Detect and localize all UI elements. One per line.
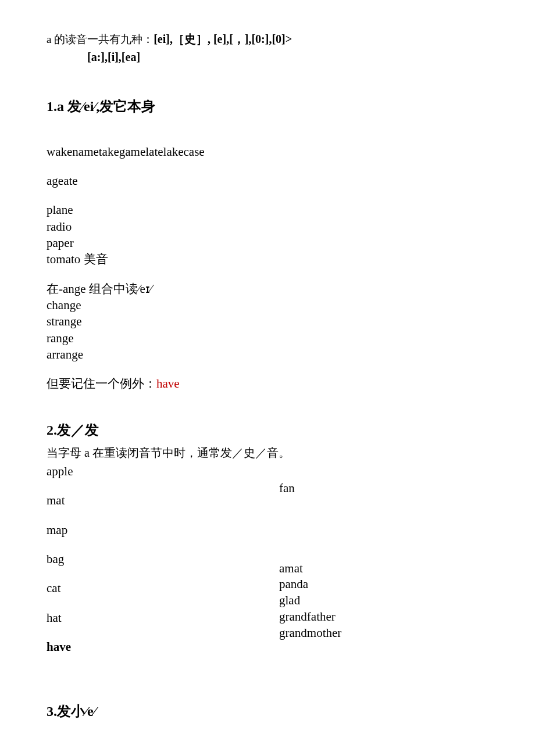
word-strange: strange [47, 313, 488, 329]
section-2-right-column: fan amat panda glad grandfather grandmot… [279, 463, 488, 668]
word-paper: paper [47, 235, 488, 251]
word-grandfather: grandfather [279, 609, 488, 625]
word-bag: bag [47, 551, 279, 567]
section-1-heading: 1.a 发⁄ei⁄,发它本身 [47, 98, 488, 116]
intro-list-1: [ei],［史］, [e],[，],[0:],[0]> [154, 33, 292, 45]
word-grandmother: grandmother [279, 625, 488, 642]
word-plane: plane [47, 202, 488, 218]
word-glad: glad [279, 593, 488, 609]
word-hat: hat [47, 610, 279, 626]
section-1-exception: 但要记住一个例外：have [47, 375, 488, 392]
exception-prefix: 但要记住一个例外： [47, 377, 156, 390]
section-2-left-column: apple mat map bag cat hat have [47, 463, 279, 668]
word-cat: cat [47, 580, 279, 596]
section-2-heading: 2.发／发 [47, 421, 488, 439]
word-arrange: arrange [47, 346, 488, 363]
word-radio: radio [47, 218, 488, 235]
intro-line-1: a 的读音一共有九种：[ei],［史］, [e],[，],[0:],[0]> [47, 30, 488, 48]
word-change: change [47, 297, 488, 313]
word-mat: mat [47, 492, 279, 508]
section-2-columns: apple mat map bag cat hat have fan amat … [47, 463, 488, 668]
word-have: have [47, 639, 279, 655]
section-2-intro: 当字母 a 在重读闭音节中时，通常发／史／音。 [47, 445, 488, 461]
word-range: range [47, 330, 488, 346]
section-3-heading: 3.发小⁄e⁄ [47, 703, 488, 721]
word-apple: apple [47, 463, 279, 479]
word-panda: panda [279, 576, 488, 593]
word-amat: amat [279, 561, 488, 577]
document-page: a 的读音一共有九种：[ei],［史］, [e],[，],[0:],[0]> [… [0, 0, 535, 756]
intro-line-2: [a:],[i],[ea] [47, 51, 488, 64]
column-spacer [279, 497, 488, 561]
section-1-block-2: 在-ange 组合中读⁄eɪ⁄ change strange range arr… [47, 281, 488, 363]
section-1-p2: ageate [47, 173, 488, 189]
ange-note: 在-ange 组合中读⁄eɪ⁄ [47, 281, 488, 297]
word-tomato: tomato 美音 [47, 251, 488, 267]
intro-prefix: a 的读音一共有九种： [47, 33, 154, 45]
section-1-p1: wakenametakegamelatelakecase [47, 144, 488, 160]
word-map: map [47, 522, 279, 538]
exception-word: have [156, 377, 180, 390]
section-1-block-1: plane radio paper tomato 美音 [47, 202, 488, 267]
word-fan: fan [279, 481, 488, 497]
